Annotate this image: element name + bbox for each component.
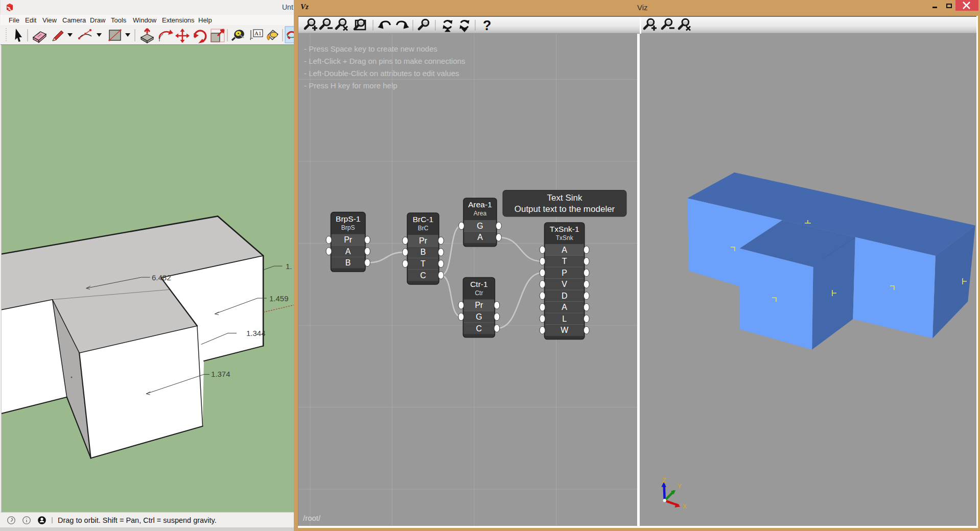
svg-text:Pr: Pr (344, 235, 353, 244)
svg-text:TxSnk: TxSnk (556, 234, 574, 242)
svg-text:BrC-1: BrC-1 (413, 215, 433, 224)
svg-text:- Left-Double-Click on attribu: - Left-Double-Click on attributes to edi… (304, 69, 459, 78)
svg-text:1.344: 1.344 (246, 329, 266, 337)
svg-text:1.374: 1.374 (211, 370, 230, 378)
svg-text:- Press H key for more help: - Press H key for more help (304, 81, 398, 90)
svg-text:C: C (476, 324, 482, 333)
svg-text:- Press Space key to create ne: - Press Space key to create new nodes (304, 44, 437, 53)
svg-text:TxSnk-1: TxSnk-1 (550, 225, 579, 233)
svg-text:G: G (476, 312, 482, 321)
svg-text:W: W (561, 326, 569, 334)
svg-text:A1: A1 (254, 30, 261, 36)
svg-text:B: B (421, 248, 426, 256)
svg-text:A: A (477, 233, 483, 242)
svg-text:C: C (420, 271, 426, 280)
svg-text:Drag to orbit. Shift = Pan, Ct: Drag to orbit. Shift = Pan, Ctrl = suspe… (58, 516, 217, 524)
svg-text:Z: Z (662, 477, 666, 485)
svg-text:BrpS: BrpS (341, 224, 355, 231)
svg-text:6.482: 6.482 (152, 273, 171, 282)
svg-text:A: A (345, 247, 351, 256)
svg-text:X: X (683, 503, 687, 511)
svg-text:BrpS-1: BrpS-1 (336, 214, 360, 223)
svg-text:A: A (562, 303, 567, 311)
svg-text:P: P (562, 269, 567, 277)
svg-text:BrC: BrC (418, 225, 429, 232)
svg-text:T: T (421, 259, 426, 268)
svg-text:G: G (477, 222, 483, 230)
svg-text:Pr: Pr (475, 301, 483, 309)
svg-text:- Left-Click + Drag on pins to: - Left-Click + Drag on pins to make conn… (304, 57, 465, 65)
svg-text:?: ? (483, 18, 492, 33)
svg-text:B: B (345, 258, 351, 267)
svg-text:Pr: Pr (419, 236, 428, 245)
svg-text:L: L (562, 315, 567, 323)
svg-text:Area: Area (474, 210, 487, 217)
svg-text:Ctr-1: Ctr-1 (470, 280, 487, 288)
svg-text:A: A (562, 246, 567, 254)
svg-text:Area-1: Area-1 (468, 200, 492, 209)
svg-text:Output text to the modeler: Output text to the modeler (515, 204, 615, 214)
svg-text:Y: Y (678, 483, 682, 491)
svg-text:Ctr: Ctr (475, 289, 483, 297)
svg-text:1.459: 1.459 (269, 294, 289, 303)
svg-text:T: T (562, 257, 567, 266)
svg-text:V: V (562, 280, 567, 288)
svg-text:1.: 1. (286, 262, 292, 271)
svg-text:/root/: /root/ (303, 514, 321, 522)
svg-text:D: D (562, 292, 568, 300)
svg-text:Text Sink: Text Sink (547, 193, 582, 203)
